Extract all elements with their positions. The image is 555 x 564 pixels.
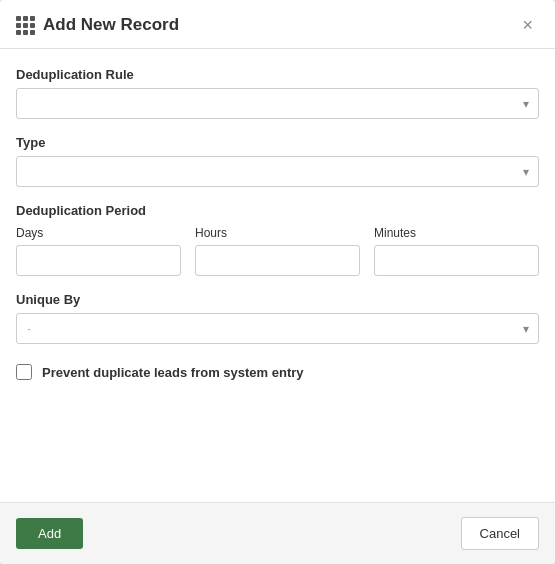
dialog-header: Add New Record × [0, 0, 555, 49]
deduplication-rule-select-wrapper [16, 88, 539, 119]
period-row: Days Hours Minutes [16, 226, 539, 276]
add-new-record-dialog: Add New Record × Deduplication Rule Type [0, 0, 555, 564]
unique-by-group: Unique By - [16, 292, 539, 344]
unique-by-label: Unique By [16, 292, 539, 307]
title-row: Add New Record [16, 15, 179, 35]
deduplication-period-label: Deduplication Period [16, 203, 539, 218]
grid-icon [16, 16, 35, 35]
checkbox-row: Prevent duplicate leads from system entr… [16, 364, 539, 380]
days-input[interactable] [16, 245, 181, 276]
deduplication-rule-group: Deduplication Rule [16, 67, 539, 119]
type-group: Type [16, 135, 539, 187]
deduplication-period-group: Deduplication Period Days Hours Minutes [16, 203, 539, 276]
minutes-input[interactable] [374, 245, 539, 276]
dialog-footer: Add Cancel [0, 502, 555, 564]
deduplication-rule-label: Deduplication Rule [16, 67, 539, 82]
checkbox-label: Prevent duplicate leads from system entr… [42, 365, 304, 380]
hours-input[interactable] [195, 245, 360, 276]
type-label: Type [16, 135, 539, 150]
hours-field: Hours [195, 226, 360, 276]
prevent-duplicate-checkbox[interactable] [16, 364, 32, 380]
dialog-body: Deduplication Rule Type Deduplication Pe… [0, 49, 555, 502]
minutes-field: Minutes [374, 226, 539, 276]
type-select[interactable] [16, 156, 539, 187]
unique-by-select-wrapper: - [16, 313, 539, 344]
unique-by-select[interactable]: - [16, 313, 539, 344]
close-button[interactable]: × [516, 14, 539, 36]
add-button[interactable]: Add [16, 518, 83, 549]
days-label: Days [16, 226, 181, 240]
type-select-wrapper [16, 156, 539, 187]
hours-label: Hours [195, 226, 360, 240]
dialog-title: Add New Record [43, 15, 179, 35]
deduplication-rule-select[interactable] [16, 88, 539, 119]
days-field: Days [16, 226, 181, 276]
minutes-label: Minutes [374, 226, 539, 240]
cancel-button[interactable]: Cancel [461, 517, 539, 550]
